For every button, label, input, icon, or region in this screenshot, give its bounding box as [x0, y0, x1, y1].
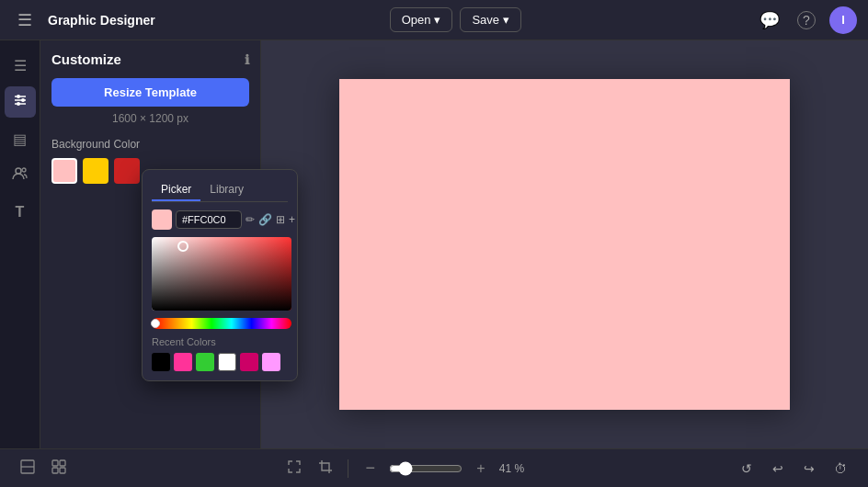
- fit-button[interactable]: [281, 456, 307, 481]
- undo-icon: ↩: [772, 461, 783, 476]
- open-button[interactable]: Open ▾: [390, 7, 453, 32]
- hex-row: ✏ 🔗 ⊞ +: [152, 210, 288, 230]
- zoom-in-button[interactable]: +: [468, 456, 494, 481]
- recent-color-lightpink[interactable]: [262, 353, 280, 371]
- divider: [348, 459, 348, 478]
- sidebar-icon-people[interactable]: [5, 160, 36, 191]
- topbar-left: ☰ Graphic Designer: [11, 6, 155, 34]
- svg-rect-13: [60, 468, 65, 473]
- topbar: ☰ Graphic Designer Open ▾ Save ▾ 💬 ? I: [0, 0, 868, 40]
- layers-view-button[interactable]: [15, 456, 40, 481]
- redo-button[interactable]: ↪: [796, 456, 822, 481]
- crop-button[interactable]: [313, 456, 338, 481]
- recent-colors-row: [152, 353, 288, 371]
- recent-color-darkpink[interactable]: [240, 353, 258, 371]
- bottombar-left: [15, 456, 72, 481]
- svg-point-5: [17, 102, 20, 106]
- comment-icon: 💬: [760, 10, 780, 30]
- recent-color-pink[interactable]: [174, 353, 192, 371]
- save-button[interactable]: Save ▾: [460, 7, 521, 32]
- design-canvas: [339, 79, 790, 410]
- edit-hex-button[interactable]: ✏: [246, 210, 255, 229]
- canvas-area: [261, 40, 868, 448]
- svg-rect-12: [52, 468, 58, 473]
- sidebar-icon-menu[interactable]: ☰: [5, 50, 36, 81]
- svg-rect-10: [52, 460, 58, 466]
- svg-rect-11: [60, 460, 65, 466]
- undo-button[interactable]: ↩: [765, 456, 791, 481]
- svg-point-3: [21, 98, 25, 102]
- left-panel: Customize ℹ Resize Template 1600 × 1200 …: [40, 40, 261, 448]
- topbar-center: Open ▾ Save ▾: [390, 7, 521, 32]
- zoom-out-button[interactable]: −: [358, 456, 383, 481]
- grid-button[interactable]: ⊞: [276, 210, 285, 229]
- link-button[interactable]: 🔗: [258, 210, 272, 229]
- color-swatch-red[interactable]: [114, 158, 140, 184]
- grid-view-button[interactable]: [46, 456, 72, 481]
- hamburger-icon: ☰: [17, 10, 32, 30]
- recent-color-white[interactable]: [218, 353, 236, 371]
- recent-color-green[interactable]: [196, 353, 214, 371]
- avatar[interactable]: I: [829, 6, 857, 34]
- hex-input[interactable]: [176, 210, 242, 229]
- layers-view-icon: [20, 459, 35, 477]
- grid-view-icon: [51, 459, 66, 477]
- help-icon: ?: [797, 11, 816, 29]
- fit-icon: [287, 459, 302, 477]
- text-icon: T: [16, 204, 25, 221]
- refresh-button[interactable]: ↺: [734, 456, 760, 481]
- history-icon: ⏱: [834, 461, 847, 476]
- comment-button[interactable]: 💬: [756, 6, 783, 34]
- color-picker-popup: Picker Library ✏ 🔗 ⊞ + Recent Colors: [142, 169, 298, 381]
- sidebar-icon-layers[interactable]: ▤: [5, 123, 36, 154]
- bottombar-center: − + 41 %: [281, 456, 524, 481]
- info-icon[interactable]: ℹ: [245, 52, 249, 67]
- zoom-label: 41 %: [499, 462, 524, 475]
- panel-title-text: Customize: [51, 51, 121, 67]
- hex-color-preview: [152, 210, 172, 230]
- zoom-slider[interactable]: [389, 461, 463, 476]
- crop-icon: [318, 459, 333, 477]
- layers-icon: ▤: [13, 130, 27, 148]
- menu-sidebar-icon: ☰: [14, 57, 27, 74]
- hue-slider[interactable]: [152, 318, 291, 329]
- recent-color-black[interactable]: [152, 353, 170, 371]
- people-icon: [12, 165, 29, 186]
- bottombar: − + 41 % ↺ ↩ ↪ ⏱: [0, 448, 868, 487]
- sidebar-icon-customize[interactable]: [5, 86, 36, 118]
- dimensions-label: 1600 × 1200 px: [51, 112, 249, 125]
- tab-picker[interactable]: Picker: [152, 179, 200, 201]
- svg-point-1: [17, 95, 20, 98]
- bg-color-label: Background Color: [51, 138, 249, 151]
- help-button[interactable]: ?: [793, 6, 820, 34]
- hamburger-menu-button[interactable]: ☰: [11, 6, 39, 34]
- sliders-icon: [12, 92, 29, 112]
- recent-colors-label: Recent Colors: [152, 336, 288, 347]
- gradient-handle[interactable]: [177, 241, 188, 252]
- add-color-button[interactable]: +: [289, 210, 295, 229]
- resize-template-button[interactable]: Resize Template: [51, 78, 249, 107]
- main-layout: ☰ ▤: [0, 40, 868, 448]
- history-button[interactable]: ⏱: [828, 456, 853, 481]
- refresh-icon: ↺: [741, 461, 752, 476]
- color-swatch-yellow[interactable]: [83, 158, 108, 184]
- tab-library[interactable]: Library: [200, 179, 253, 201]
- svg-point-6: [16, 168, 21, 174]
- picker-tabs: Picker Library: [152, 179, 288, 202]
- minus-icon: −: [366, 459, 376, 478]
- app-title: Graphic Designer: [48, 13, 155, 28]
- topbar-right: 💬 ? I: [756, 6, 857, 34]
- sidebar-icon-text[interactable]: T: [5, 197, 36, 228]
- panel-header: Customize ℹ: [51, 51, 249, 67]
- redo-icon: ↪: [804, 461, 815, 476]
- gradient-canvas[interactable]: [152, 237, 291, 311]
- color-swatch-pink[interactable]: [51, 158, 77, 184]
- plus-icon: +: [476, 460, 485, 477]
- hue-handle[interactable]: [151, 319, 160, 328]
- svg-point-7: [22, 168, 26, 172]
- bottombar-right: ↺ ↩ ↪ ⏱: [734, 456, 853, 481]
- icon-sidebar: ☰ ▤: [0, 40, 40, 448]
